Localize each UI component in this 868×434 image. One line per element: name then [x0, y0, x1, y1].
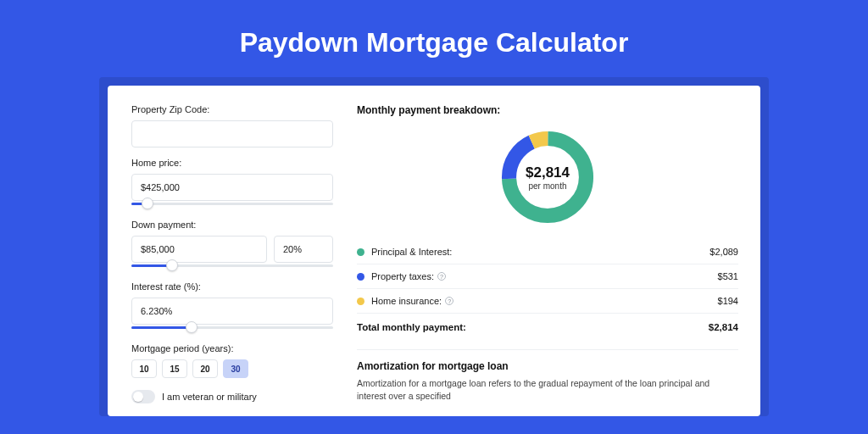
period-option-15[interactable]: 15	[162, 359, 187, 378]
donut-amount: $2,814	[526, 164, 570, 181]
interest-slider[interactable]	[131, 323, 333, 333]
legend-value: $2,089	[709, 247, 738, 257]
legend-value: $531	[718, 271, 738, 281]
donut-period: per month	[528, 181, 566, 191]
interest-label: Interest rate (%):	[131, 281, 333, 292]
legend-name: Principal & Interest:	[371, 247, 452, 257]
period-option-30[interactable]: 30	[223, 359, 248, 378]
down-payment-pct-input[interactable]	[274, 236, 333, 263]
info-icon[interactable]: ?	[437, 272, 446, 281]
donut-zone: $2,814 per month	[357, 121, 738, 236]
zip-input[interactable]	[131, 120, 333, 147]
amortization-title: Amortization for mortgage loan	[357, 349, 738, 372]
legend-dot	[357, 248, 364, 256]
legend-row: Principal & Interest:$2,089	[357, 240, 738, 264]
legend-value: $194	[718, 296, 738, 306]
zip-field: Property Zip Code:	[131, 104, 333, 147]
legend-name: Property taxes: ?	[371, 271, 446, 281]
veteran-toggle-label: I am veteran or military	[162, 392, 257, 402]
home-price-label: Home price:	[131, 158, 333, 168]
breakdown-title: Monthly payment breakdown:	[357, 104, 738, 116]
breakdown-panel: Monthly payment breakdown: $2,814 per mo…	[357, 104, 738, 416]
donut-center: $2,814 per month	[497, 126, 598, 228]
period-option-10[interactable]: 10	[131, 359, 157, 378]
down-payment-field: Down payment:	[131, 220, 333, 271]
info-icon[interactable]: ?	[445, 297, 453, 305]
legend-name: Home insurance: ?	[371, 296, 453, 306]
legend: Principal & Interest:$2,089Property taxe…	[357, 240, 738, 314]
slider-thumb[interactable]	[142, 198, 153, 209]
total-label: Total monthly payment:	[357, 322, 466, 332]
period-options: 10152030	[131, 359, 333, 378]
total-row: Total monthly payment: $2,814	[357, 314, 738, 342]
card-shadow: Property Zip Code: Home price: Down paym…	[99, 77, 769, 416]
down-payment-amount-input[interactable]	[131, 236, 267, 263]
calculator-card: Property Zip Code: Home price: Down paym…	[108, 86, 760, 416]
form-panel: Property Zip Code: Home price: Down paym…	[131, 104, 333, 416]
veteran-toggle-row: I am veteran or military	[131, 390, 333, 403]
home-price-input[interactable]	[131, 174, 333, 201]
period-label: Mortgage period (years):	[131, 343, 333, 353]
zip-label: Property Zip Code:	[131, 104, 333, 114]
home-price-field: Home price:	[131, 158, 333, 209]
donut-chart: $2,814 per month	[497, 126, 598, 228]
interest-field: Interest rate (%):	[131, 281, 333, 333]
down-payment-label: Down payment:	[131, 220, 333, 230]
down-payment-slider[interactable]	[131, 261, 333, 271]
period-option-20[interactable]: 20	[192, 359, 218, 378]
veteran-toggle[interactable]	[131, 390, 155, 403]
page-title: Paydown Mortgage Calculator	[0, 0, 868, 77]
home-price-slider[interactable]	[131, 199, 333, 209]
legend-row: Property taxes: ?$531	[357, 264, 738, 289]
slider-thumb[interactable]	[186, 321, 198, 333]
slider-thumb[interactable]	[166, 259, 178, 271]
total-value: $2,814	[709, 322, 738, 332]
legend-row: Home insurance: ?$194	[357, 289, 738, 314]
legend-dot	[357, 298, 364, 305]
amortization-text: Amortization for a mortgage loan refers …	[357, 377, 738, 402]
period-field: Mortgage period (years): 10152030	[131, 343, 333, 378]
interest-input[interactable]	[131, 298, 333, 325]
legend-dot	[357, 273, 364, 281]
